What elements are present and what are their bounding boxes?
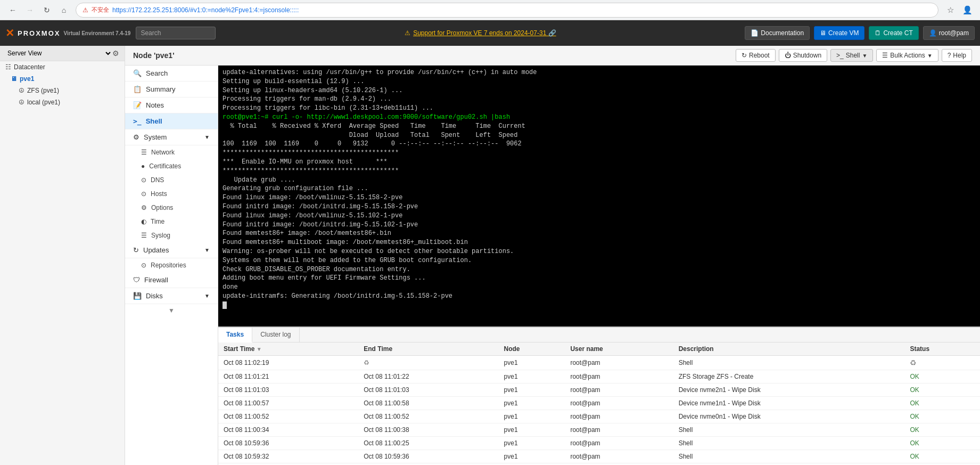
- disks-chevron-icon: ▼: [204, 293, 210, 299]
- cell-status: OK: [904, 423, 980, 437]
- terminal-line: root@pve1:~# curl -o- http://www1.deskpo…: [223, 113, 976, 122]
- nav-sub-item-time[interactable]: ◐ Time: [125, 215, 218, 229]
- reboot-button[interactable]: ↻ Reboot: [736, 49, 776, 62]
- logo-text: PROXMOX: [18, 29, 60, 37]
- main-content: Server View ⚙ ☷ Datacenter 🖥 pve1 ☮ ZFS …: [0, 46, 980, 465]
- nav-sub-item-syslog[interactable]: ☰ Syslog: [125, 229, 218, 242]
- dns-icon: ⊙: [141, 176, 146, 184]
- tasks-scroll[interactable]: Start Time ▼ End Time Node User name Des…: [218, 342, 980, 465]
- repositories-icon: ⊙: [141, 262, 146, 269]
- table-row[interactable]: Oct 08 11:01:03 Oct 08 11:01:03 pve1 roo…: [218, 384, 980, 397]
- app-header: ✕ PROXMOX Virtual Environment 7.4-19 ⚠ S…: [0, 20, 980, 46]
- nav-item-updates[interactable]: ↻ Updates ▼: [125, 242, 218, 258]
- nav-item-shell[interactable]: >_ Shell: [125, 113, 218, 129]
- terminal-line: Warning: os-prober will not be executed …: [223, 247, 976, 256]
- nav-sub-item-options[interactable]: ⚙ Options: [125, 201, 218, 215]
- tab-tasks[interactable]: Tasks: [218, 328, 252, 342]
- table-row[interactable]: Oct 08 11:00:57 Oct 08 11:00:58 pve1 roo…: [218, 397, 980, 410]
- nav-item-summary[interactable]: 📋 Summary: [125, 81, 218, 97]
- terminal-line: Systems on them will not be added to the…: [223, 256, 976, 265]
- nav-sub-item-certificates[interactable]: ● Certificates: [125, 159, 218, 173]
- help-button[interactable]: ? Help: [942, 49, 972, 62]
- sidebar: Server View ⚙ ☷ Datacenter 🖥 pve1 ☮ ZFS …: [0, 46, 125, 465]
- col-user[interactable]: User name: [565, 342, 673, 356]
- nav-item-search[interactable]: 🔍 Search: [125, 66, 218, 81]
- table-row[interactable]: Oct 08 10:59:36 Oct 08 11:00:25 pve1 roo…: [218, 437, 980, 450]
- terminal-line: Found linux image: /boot/vmlinuz-5.15.10…: [223, 211, 976, 221]
- sidebar-item-zfs[interactable]: ☮ ZFS (pve1): [0, 85, 125, 96]
- cell-start: Oct 08 11:00:34: [218, 423, 358, 437]
- home-button[interactable]: ⌂: [56, 3, 71, 18]
- security-icon: ⚠: [83, 6, 88, 14]
- bookmark-button[interactable]: ☆: [943, 3, 958, 18]
- nav-sub-item-dns[interactable]: ⊙ DNS: [125, 173, 218, 187]
- node-header: Node 'pve1' ↻ Reboot ⏻ Shutdown >_ Shell…: [125, 46, 980, 66]
- user-profile-button[interactable]: 👤: [960, 3, 975, 18]
- col-desc[interactable]: Description: [673, 342, 905, 356]
- cell-desc: Device nvme1n1 - Wipe Disk: [673, 397, 905, 410]
- browser-bar: ← → ↻ ⌂ ⚠ 不安全 https://172.22.25.251:8006…: [0, 0, 980, 20]
- security-label: 不安全: [92, 6, 109, 14]
- sidebar-item-pve1[interactable]: 🖥 pve1: [0, 73, 125, 85]
- cell-end: Oct 08 11:00:58: [358, 397, 498, 410]
- pve1-icon: 🖥: [11, 75, 17, 83]
- cell-status: OK: [904, 397, 980, 410]
- col-status[interactable]: Status: [904, 342, 980, 356]
- reload-button[interactable]: ↻: [39, 3, 54, 18]
- table-row[interactable]: Oct 08 11:02:19 ♻ pve1 root@pam Shell ♻: [218, 356, 980, 370]
- sidebar-gear-button[interactable]: ⚙: [112, 49, 119, 58]
- create-vm-button[interactable]: 🖥 Create VM: [814, 26, 864, 40]
- create-ct-button[interactable]: 🗒 Create CT: [869, 26, 918, 40]
- nav-sub-item-network[interactable]: ☰ Network: [125, 145, 218, 159]
- cell-end: Oct 08 11:01:03: [358, 384, 498, 397]
- col-node[interactable]: Node: [499, 342, 565, 356]
- terminal[interactable]: update-alternatives: using /usr/bin/g++ …: [218, 66, 980, 327]
- address-bar[interactable]: ⚠ 不安全 https://172.22.25.251:8006/#v1:0:=…: [76, 3, 938, 18]
- cell-status: OK: [904, 370, 980, 384]
- node-panel: Node 'pve1' ↻ Reboot ⏻ Shutdown >_ Shell…: [125, 46, 980, 465]
- documentation-button[interactable]: 📄 Documentation: [745, 26, 810, 40]
- terminal-line: Dload Upload Total Spent Left Speed: [223, 131, 976, 140]
- warning-text[interactable]: Support for Proxmox VE 7 ends on 2024-07…: [413, 29, 556, 37]
- nav-sub-item-repositories[interactable]: ⊙ Repositories: [125, 258, 218, 272]
- browser-nav: ← → ↻ ⌂: [5, 3, 71, 18]
- network-icon: ☰: [141, 149, 147, 156]
- notes-icon: 📝: [133, 101, 142, 109]
- col-start-time[interactable]: Start Time ▼: [218, 342, 358, 356]
- table-row[interactable]: Oct 08 11:01:21 Oct 08 11:01:22 pve1 roo…: [218, 370, 980, 384]
- nav-sub-item-hosts[interactable]: ⊙ Hosts: [125, 187, 218, 201]
- nav-scroll-down[interactable]: ▼: [125, 304, 218, 317]
- shell-header-button[interactable]: >_ Shell ▼: [830, 49, 873, 62]
- terminal-line: Adding boot menu entry for UEFI Firmware…: [223, 274, 976, 283]
- cell-status: ♻: [904, 356, 980, 370]
- nav-item-notes[interactable]: 📝 Notes: [125, 97, 218, 113]
- terminal-line: update-alternatives: using /usr/bin/g++ …: [223, 68, 976, 77]
- cell-desc: ZFS Storage ZFS - Create: [673, 370, 905, 384]
- status-ok: OK: [910, 426, 919, 434]
- header-search-input[interactable]: [136, 27, 216, 39]
- terminal-line: Check GRUB_DISABLE_OS_PROBER documentati…: [223, 265, 976, 274]
- cell-desc: Shell: [673, 437, 905, 450]
- user-button[interactable]: 👤 root@pam: [923, 26, 975, 40]
- bulk-actions-button[interactable]: ☰ Bulk Actions ▼: [876, 49, 938, 62]
- cell-end: Oct 08 10:59:36: [358, 450, 498, 463]
- nav-item-system[interactable]: ⚙ System ▼: [125, 129, 218, 145]
- nav-item-disks[interactable]: 💾 Disks ▼: [125, 288, 218, 304]
- nav-item-firewall[interactable]: 🛡 Firewall: [125, 272, 218, 288]
- sidebar-item-local[interactable]: ☮ local (pve1): [0, 96, 125, 108]
- tab-cluster-log[interactable]: Cluster log: [252, 328, 299, 342]
- table-row[interactable]: Oct 08 11:00:52 Oct 08 11:00:52 pve1 roo…: [218, 410, 980, 423]
- table-row[interactable]: Oct 08 10:59:32 Oct 08 10:59:36 pve1 roo…: [218, 450, 980, 463]
- back-button[interactable]: ←: [5, 3, 20, 18]
- cell-start: Oct 08 11:01:03: [218, 384, 358, 397]
- server-view-select[interactable]: Server View: [5, 49, 112, 58]
- col-end-time[interactable]: End Time: [358, 342, 498, 356]
- sidebar-item-datacenter[interactable]: ☷ Datacenter: [0, 61, 125, 73]
- terminal-line: Found memtest86+ image: /boot/memtest86+…: [223, 229, 976, 238]
- cell-end: ♻: [358, 356, 498, 370]
- table-row[interactable]: Oct 08 11:00:34 Oct 08 11:00:38 pve1 roo…: [218, 423, 980, 437]
- local-icon: ☮: [19, 99, 24, 106]
- cell-user: root@pam: [565, 356, 673, 370]
- forward-button[interactable]: →: [22, 3, 37, 18]
- shutdown-button[interactable]: ⏻ Shutdown: [779, 49, 827, 62]
